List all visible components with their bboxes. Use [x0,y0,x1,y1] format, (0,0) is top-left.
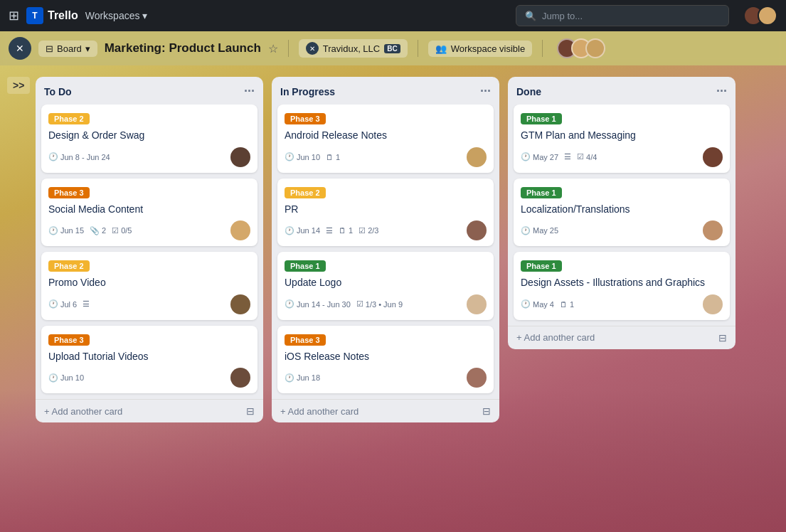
card-avatar-todo-0[interactable] [230,147,250,167]
add-card-button-todo[interactable]: + Add another card [44,406,122,417]
meta-icon: 🕐 [48,299,58,309]
grid-icon[interactable]: ⊞ [9,8,19,23]
visibility-button[interactable]: 👥 Workspace visible [428,41,533,57]
trello-logo[interactable]: T Trello [26,7,78,24]
add-card-button-done[interactable]: + Add another card [516,332,595,343]
template-icon-done[interactable]: ⊟ [718,332,727,344]
workspaces-label: Workspaces [85,10,140,21]
meta-icon: 🕐 [521,226,531,235]
column-menu-done[interactable]: ··· [716,84,727,99]
workspace-button[interactable]: ✕ Travidux, LLC BC [299,39,408,58]
column-title-in-progress: In Progress [280,86,335,97]
column-menu-in-progress[interactable]: ··· [480,84,491,99]
meta-text: May 27 [533,153,558,161]
trello-logo-icon: T [26,7,43,24]
template-icon-in-progress[interactable]: ⊟ [482,405,491,417]
board-canvas: To Do···Phase 2Design & Order Swag🕐Jun 8… [0,65,786,532]
meta-item-in-progress-2-0: 🕐Jun 14 - Jun 30 [285,299,351,309]
meta-text: 1 [349,226,353,235]
card-meta-in-progress-2: 🕐Jun 14 - Jun 30☑1/3 • Jun 9 [285,299,403,309]
meta-item-in-progress-2-1: ☑1/3 • Jun 9 [356,299,403,309]
search-icon: 🔍 [525,11,536,21]
card-avatar-todo-1[interactable] [230,220,250,240]
card-title-in-progress-3: iOS Release Notes [285,350,487,364]
card-in-progress-2[interactable]: Phase 1Update Logo🕐Jun 14 - Jun 30☑1/3 •… [277,252,494,320]
meta-icon: 🕐 [285,373,294,383]
card-bottom-in-progress-0: 🕐Jun 10🗒1 [285,147,487,167]
card-badge-in-progress-1: Phase 2 [285,187,326,198]
meta-icon: 🕐 [521,299,531,309]
meta-text: 1/3 • Jun 9 [366,300,403,309]
column-done: Done···Phase 1GTM Plan and Messaging🕐May… [508,77,735,349]
template-icon-todo[interactable]: ⊟ [246,405,255,417]
column-footer-in-progress[interactable]: + Add another card⊟ [272,399,499,422]
card-done-2[interactable]: Phase 1Design Assets - Illustrations and… [514,252,730,320]
meta-item-todo-0-0: 🕐Jun 8 - Jun 24 [48,152,110,161]
card-avatar-done-1[interactable] [703,220,723,240]
card-badge-in-progress-2: Phase 1 [285,260,326,272]
card-done-0[interactable]: Phase 1GTM Plan and Messaging🕐May 27☰☑4/… [514,105,730,173]
trello-logo-text: Trello [48,9,78,22]
card-avatar-in-progress-0[interactable] [467,147,487,167]
card-bottom-todo-0: 🕐Jun 8 - Jun 24 [48,147,250,167]
card-done-1[interactable]: Phase 1Localization/Translations🕐May 25 [514,179,730,247]
workspaces-menu[interactable]: Workspaces ▾ [85,10,148,21]
card-in-progress-1[interactable]: Phase 2PR🕐Jun 14☰🗒1☑2/3 [277,179,494,247]
column-body-done: Phase 1GTM Plan and Messaging🕐May 27☰☑4/… [508,105,735,326]
add-card-button-in-progress[interactable]: + Add another card [280,406,359,417]
card-avatar-todo-2[interactable] [230,294,250,314]
card-badge-todo-3: Phase 3 [48,334,90,346]
column-menu-todo[interactable]: ··· [244,84,255,99]
card-todo-2[interactable]: Phase 2Promo Video🕐Jul 6☰ [41,252,257,320]
card-meta-todo-3: 🕐Jun 10 [48,373,84,383]
meta-item-done-0-0: 🕐May 27 [521,152,558,161]
board-background: >> To Do···Phase 2Design & Order Swag🕐Ju… [0,65,786,532]
workspaces-chevron: ▾ [142,10,147,21]
workspace-name: Travidux, LLC [323,43,380,54]
meta-item-todo-2-0: 🕐Jul 6 [48,299,77,309]
card-avatar-done-2[interactable] [703,294,723,314]
meta-text: Jun 8 - Jun 24 [60,153,110,161]
column-footer-done[interactable]: + Add another card⊟ [508,326,735,349]
card-avatar-in-progress-2[interactable] [467,294,487,314]
card-todo-3[interactable]: Phase 3Upload Tutorial Videos🕐Jun 10 [41,326,257,394]
card-avatar-done-0[interactable] [703,147,723,167]
card-badge-todo-0: Phase 2 [48,113,90,124]
meta-text: May 4 [533,300,554,309]
star-icon[interactable]: ☆ [268,42,278,55]
meta-text: Jun 14 [297,226,320,235]
column-in-progress: In Progress···Phase 3Android Release Not… [272,77,499,422]
card-avatar-in-progress-1[interactable] [467,220,487,240]
card-meta-in-progress-0: 🕐Jun 10🗒1 [285,152,340,161]
meta-icon: 🗒 [560,300,568,309]
nav-right [743,6,777,26]
member-avatar-3[interactable] [585,38,605,58]
back-button[interactable]: ✕ [9,37,31,60]
card-avatar-in-progress-3[interactable] [467,368,487,388]
card-in-progress-0[interactable]: Phase 3Android Release Notes🕐Jun 10🗒1 [277,105,494,173]
card-avatar-todo-3[interactable] [230,368,250,388]
meta-icon: 📎 [90,226,100,235]
meta-text: 1 [570,300,574,309]
meta-icon: 🕐 [48,152,58,161]
meta-icon: 🕐 [285,299,294,309]
view-switcher[interactable]: ⊟ Board ▾ [38,41,97,57]
nav-avatar-2[interactable] [758,6,777,26]
column-header-todo: To Do··· [36,77,263,105]
column-footer-todo[interactable]: + Add another card⊟ [36,399,263,422]
workspace-badge: BC [384,44,400,53]
card-bottom-in-progress-3: 🕐Jun 18 [285,368,487,388]
card-bottom-in-progress-1: 🕐Jun 14☰🗒1☑2/3 [285,220,487,240]
column-todo: To Do···Phase 2Design & Order Swag🕐Jun 8… [36,77,263,422]
card-title-in-progress-2: Update Logo [285,276,487,290]
separator-1 [288,40,289,57]
card-todo-1[interactable]: Phase 3Social Media Content🕐Jun 15📎2☑0/5 [41,179,257,247]
meta-item-in-progress-1-2: 🗒1 [339,226,353,235]
card-title-todo-0: Design & Order Swag [48,129,250,143]
meta-icon: ☑ [112,226,119,235]
column-title-todo: To Do [44,86,72,97]
card-todo-0[interactable]: Phase 2Design & Order Swag🕐Jun 8 - Jun 2… [41,105,257,173]
card-in-progress-3[interactable]: Phase 3iOS Release Notes🕐Jun 18 [277,326,494,394]
search-bar[interactable]: 🔍 Jump to... [516,5,729,26]
meta-item-todo-3-0: 🕐Jun 10 [48,373,84,383]
